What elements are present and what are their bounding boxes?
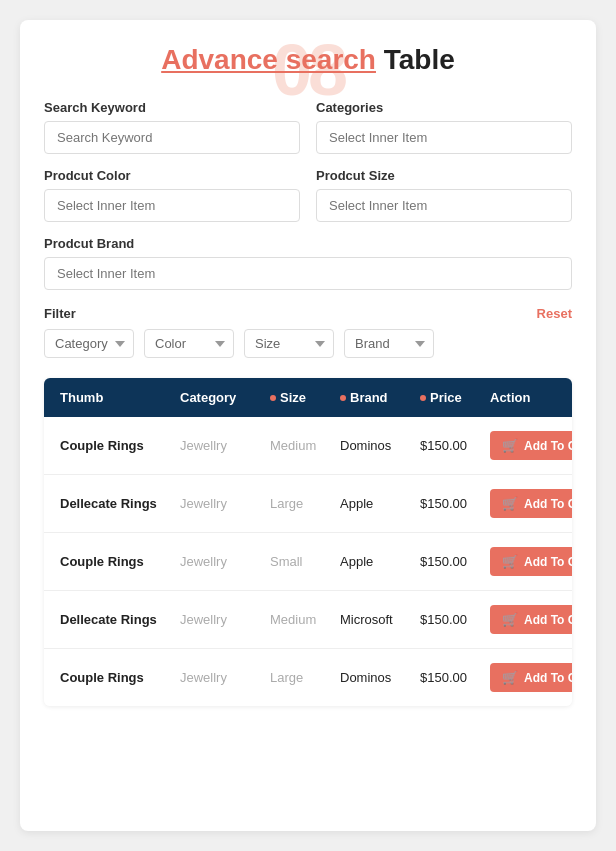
cell-thumb: Couple Rings: [60, 554, 180, 569]
cell-price: $150.00: [420, 670, 490, 685]
cell-price: $150.00: [420, 496, 490, 511]
add-to-cart-button[interactable]: 🛒 Add To Cart: [490, 489, 572, 518]
cell-thumb: Dellecate Rings: [60, 612, 180, 627]
add-to-cart-button[interactable]: 🛒 Add To Cart: [490, 663, 572, 692]
cart-icon: 🛒: [502, 554, 518, 569]
title-normal: Table: [376, 44, 455, 75]
cell-action: 🛒 Add To Cart: [490, 605, 572, 634]
filter-label-row: Filter Reset: [44, 306, 572, 321]
cell-price: $150.00: [420, 612, 490, 627]
cell-action: 🛒 Add To Cart: [490, 663, 572, 692]
product-color-group: Prodcut Color: [44, 168, 300, 222]
cart-icon: 🛒: [502, 670, 518, 685]
table-row: Couple Rings Jewellry Medium Dominos $15…: [44, 417, 572, 475]
cell-category: Jewellry: [180, 438, 270, 453]
header-area: 08 Advance search Table: [44, 44, 572, 76]
add-to-cart-button[interactable]: 🛒 Add To Cart: [490, 431, 572, 460]
categories-input[interactable]: [316, 121, 572, 154]
product-size-label: Prodcut Size: [316, 168, 572, 183]
col-header-action: Action: [490, 390, 556, 405]
brand-dot: [340, 395, 346, 401]
cart-icon: 🛒: [502, 438, 518, 453]
product-size-group: Prodcut Size: [316, 168, 572, 222]
table-row: Couple Rings Jewellry Large Dominos $150…: [44, 649, 572, 706]
price-dot: [420, 395, 426, 401]
title-highlight: Advance search: [161, 44, 376, 75]
product-brand-label: Prodcut Brand: [44, 236, 572, 251]
cart-icon: 🛒: [502, 612, 518, 627]
cell-brand: Apple: [340, 554, 420, 569]
cell-size: Medium: [270, 612, 340, 627]
color-dropdown[interactable]: Color: [144, 329, 234, 358]
cart-icon: 🛒: [502, 496, 518, 511]
search-section: Search Keyword Categories Prodcut Color …: [44, 100, 572, 290]
cell-brand: Dominos: [340, 438, 420, 453]
cell-brand: Apple: [340, 496, 420, 511]
cell-price: $150.00: [420, 554, 490, 569]
search-keyword-input[interactable]: [44, 121, 300, 154]
add-to-cart-label: Add To Cart: [524, 671, 572, 685]
add-to-cart-label: Add To Cart: [524, 439, 572, 453]
cell-size: Large: [270, 496, 340, 511]
product-table: Thumb Category Size Brand Price Action C…: [44, 378, 572, 706]
product-brand-group: Prodcut Brand: [44, 236, 572, 290]
cell-price: $150.00: [420, 438, 490, 453]
search-keyword-group: Search Keyword: [44, 100, 300, 154]
categories-label: Categories: [316, 100, 572, 115]
brand-dropdown[interactable]: Brand: [344, 329, 434, 358]
cell-thumb: Couple Rings: [60, 438, 180, 453]
size-dot: [270, 395, 276, 401]
cell-size: Small: [270, 554, 340, 569]
filter-label: Filter: [44, 306, 76, 321]
form-row-2: Prodcut Color Prodcut Size: [44, 168, 572, 222]
cell-size: Medium: [270, 438, 340, 453]
product-size-input[interactable]: [316, 189, 572, 222]
filter-dropdowns-row: Category Color Size Brand: [44, 329, 572, 358]
col-header-thumb: Thumb: [60, 390, 180, 405]
table-header: Thumb Category Size Brand Price Action: [44, 378, 572, 417]
add-to-cart-button[interactable]: 🛒 Add To Cart: [490, 547, 572, 576]
size-dropdown[interactable]: Size: [244, 329, 334, 358]
cell-thumb: Dellecate Rings: [60, 496, 180, 511]
cell-size: Large: [270, 670, 340, 685]
product-color-label: Prodcut Color: [44, 168, 300, 183]
cell-action: 🛒 Add To Cart: [490, 547, 572, 576]
add-to-cart-label: Add To Cart: [524, 497, 572, 511]
form-row-3: Prodcut Brand: [44, 236, 572, 290]
cell-category: Jewellry: [180, 554, 270, 569]
cell-category: Jewellry: [180, 612, 270, 627]
table-row: Couple Rings Jewellry Small Apple $150.0…: [44, 533, 572, 591]
cell-action: 🛒 Add To Cart: [490, 431, 572, 460]
page-title: Advance search Table: [44, 44, 572, 76]
cell-action: 🛒 Add To Cart: [490, 489, 572, 518]
main-container: 08 Advance search Table Search Keyword C…: [20, 20, 596, 831]
col-header-brand: Brand: [340, 390, 420, 405]
add-to-cart-button[interactable]: 🛒 Add To Cart: [490, 605, 572, 634]
table-row: Dellecate Rings Jewellry Large Apple $15…: [44, 475, 572, 533]
cell-brand: Dominos: [340, 670, 420, 685]
col-header-category: Category: [180, 390, 270, 405]
add-to-cart-label: Add To Cart: [524, 555, 572, 569]
categories-group: Categories: [316, 100, 572, 154]
product-brand-input[interactable]: [44, 257, 572, 290]
reset-button[interactable]: Reset: [537, 306, 572, 321]
cell-brand: Microsoft: [340, 612, 420, 627]
add-to-cart-label: Add To Cart: [524, 613, 572, 627]
col-header-price: Price: [420, 390, 490, 405]
search-keyword-label: Search Keyword: [44, 100, 300, 115]
cell-category: Jewellry: [180, 670, 270, 685]
category-dropdown[interactable]: Category: [44, 329, 134, 358]
table-row: Dellecate Rings Jewellry Medium Microsof…: [44, 591, 572, 649]
table-body: Couple Rings Jewellry Medium Dominos $15…: [44, 417, 572, 706]
cell-category: Jewellry: [180, 496, 270, 511]
col-header-size: Size: [270, 390, 340, 405]
product-color-input[interactable]: [44, 189, 300, 222]
cell-thumb: Couple Rings: [60, 670, 180, 685]
